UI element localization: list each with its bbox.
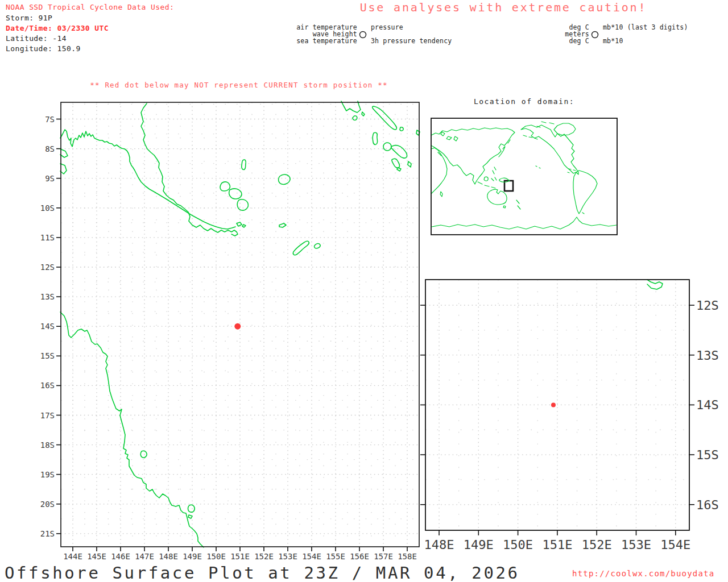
y-tick-label: 7S [45, 115, 55, 124]
coastline-new-guinea-south [60, 130, 235, 229]
header-datetime: Date/Time: 03/2330 UTC [6, 24, 109, 32]
islet-qld-small [188, 515, 192, 518]
y-tick-label: 10S [40, 203, 55, 213]
x-tick-label: 152E [254, 552, 274, 561]
world-arctic-islands [537, 122, 554, 127]
y-tick-label: 17S [40, 411, 55, 420]
coastline-left-hook-1 [60, 149, 68, 157]
y-tick-label: 9S [45, 174, 55, 183]
coastline-new-guinea-north [141, 103, 238, 236]
world-antarctica [432, 217, 617, 229]
x-tick-label: 154E [660, 538, 690, 552]
station-circle-icon [360, 32, 366, 38]
x-tick-label: 144E [63, 552, 82, 561]
world-africa [431, 148, 447, 194]
y-tick-label: 15S [696, 448, 719, 462]
world-south-america [573, 171, 597, 214]
x-tick-label: 145E [87, 552, 106, 561]
world-hawaii [536, 166, 540, 168]
legend-unit-mb-last3: mb*10 (last 3 digits) [603, 24, 688, 31]
islet-pair-1 [237, 222, 242, 226]
x-tick-label: 150E [206, 552, 226, 561]
y-tick-label: 12S [40, 263, 55, 272]
island-bougainville [373, 106, 397, 130]
island-normanby [237, 199, 248, 210]
x-tick-label: 152E [582, 538, 612, 552]
x-tick-label: 148E [424, 538, 454, 552]
y-tick-label: 18S [40, 440, 55, 450]
legend-unit-mb: mb*10 [603, 38, 623, 44]
y-tick-label: 13S [696, 348, 719, 363]
x-tick-label: 151E [230, 552, 250, 561]
islet-qld-hook [140, 451, 147, 458]
island-rossel [315, 243, 321, 248]
x-tick-label: 154E [302, 552, 321, 561]
station-circle-units-icon [592, 32, 598, 38]
y-tick-label: 13S [40, 292, 55, 301]
island-goodenough [220, 182, 230, 191]
island-santa-isabel [392, 159, 400, 168]
legend-unit-degc-2: deg C [504, 38, 589, 44]
y-tick-label: 16S [40, 381, 55, 390]
y-tick-label: 14S [40, 322, 55, 331]
x-tick-label: 148E [159, 552, 178, 561]
footer-title: Offshore Surface Plot at 23Z / MAR 04, 2… [5, 564, 520, 581]
legend-sea-temperature: sea temperature [243, 38, 357, 44]
island-fergusson [229, 189, 242, 199]
world-borneo [484, 177, 488, 181]
islet-solomon-2 [408, 161, 411, 167]
x-tick-label: 157E [374, 552, 393, 561]
y-tick-label: 21S [40, 529, 55, 538]
world-tasmania [503, 206, 506, 208]
x-tick-label: 153E [621, 538, 651, 552]
islet-pair-2 [242, 225, 246, 227]
x-tick-label: 155E [326, 552, 345, 561]
header-source-line: NOAA SSD Tropical Cyclone Data Used: [6, 3, 174, 11]
zoom-map-grid: 148E149E150E151E152E153E154E12S13S14S15S… [420, 280, 719, 552]
storm-position-warning: ** Red dot below may NOT represent CURRE… [68, 81, 410, 89]
zoom-map-island-fragment [647, 280, 663, 289]
y-tick-label: 14S [696, 398, 719, 412]
world-uk [441, 132, 445, 136]
x-tick-label: 147E [135, 552, 154, 561]
storm-position-dot-main [234, 323, 241, 330]
world-indonesia [478, 182, 495, 188]
storm-position-dot-zoom [551, 402, 556, 407]
world-sulawesi [491, 177, 497, 181]
header-longitude: Longitude: 150.9 [6, 45, 81, 53]
world-falklands [582, 213, 584, 214]
x-tick-label: 153E [278, 552, 297, 561]
y-tick-label: 19S [40, 470, 55, 479]
world-black-sea [446, 136, 452, 140]
main-map-grid: 144E145E146E147E148E149E150E151E152E153E… [40, 102, 419, 561]
buoy-plot-page: 144E145E146E147E148E149E150E151E152E153E… [0, 0, 728, 582]
world-eurasia [431, 128, 515, 184]
legend-pressure: pressure [371, 24, 403, 31]
world-caspian [454, 136, 458, 141]
y-tick-label: 12S [696, 298, 719, 313]
caution-title: Use analyses with extreme caution! [355, 2, 651, 14]
coastline-new-ireland [341, 101, 361, 113]
y-tick-label: 8S [45, 144, 55, 153]
island-woodlark [279, 174, 290, 184]
island-tagula [293, 241, 309, 255]
footer-url[interactable]: http://coolwx.com/buoydata [572, 569, 714, 578]
x-tick-label: 146E [111, 552, 130, 561]
world-greenland [554, 123, 576, 135]
island-buka [373, 132, 377, 144]
y-tick-label: 20S [40, 500, 55, 509]
y-tick-label: 16S [696, 498, 719, 512]
islet-solomon-1 [397, 168, 401, 171]
y-tick-label: 15S [40, 351, 55, 360]
islet-new-ireland-1 [353, 116, 357, 120]
x-tick-label: 149E [183, 552, 202, 561]
header-latitude: Latitude: -14 [6, 35, 67, 43]
world-north-america [521, 125, 578, 174]
x-tick-label: 156E [350, 552, 369, 561]
island-misima [279, 223, 286, 227]
islet-bougainville [400, 127, 403, 131]
islet-qld-hinchinbrook [188, 505, 195, 512]
world-madagascar [440, 192, 442, 197]
island-ring-atoll [383, 143, 391, 151]
inset-title: Location of domain: [431, 98, 617, 106]
